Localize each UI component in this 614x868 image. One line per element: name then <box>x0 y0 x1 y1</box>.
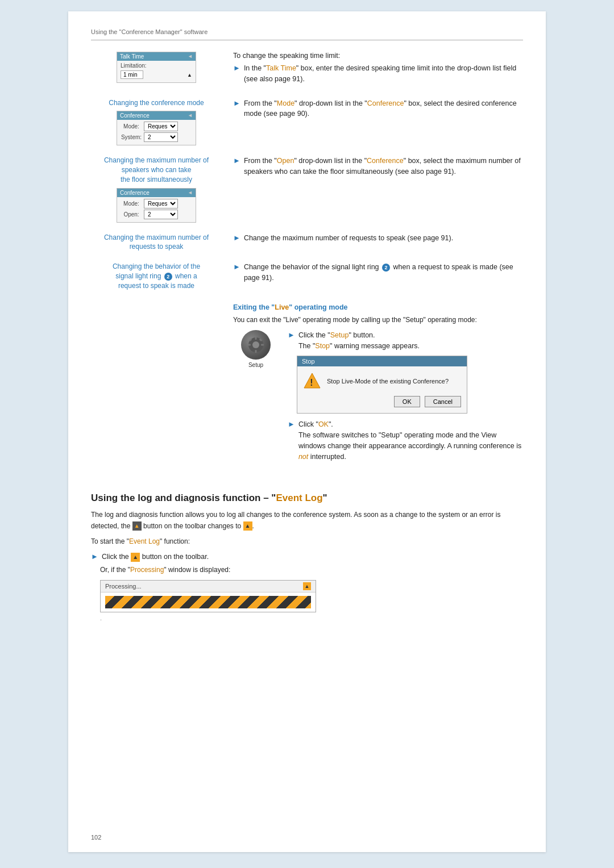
setup-bullet2-text: Click "OK". The software switches to "Se… <box>298 419 523 462</box>
max-requests-right: ► Change the maximum number of requests … <box>227 233 523 247</box>
setup-icon-area: Setup <box>233 330 279 368</box>
event-log-link-2: Event Log <box>129 537 160 545</box>
max-speakers-bullet: ► From the "Open" drop-down list in the … <box>233 156 523 177</box>
setup-gear-icon <box>247 336 264 353</box>
svg-rect-3 <box>255 350 257 353</box>
conf-mode-widget-header: Conference ◄ <box>117 111 196 120</box>
signal-line1: Changing the behavior of the <box>113 262 200 270</box>
signal-line2: signal light ring <box>115 272 161 280</box>
dialog-buttons: OK Cancel <box>394 396 461 407</box>
spin-up[interactable]: ▲ <box>187 72 192 78</box>
toolbar-warning-icon: ▲ <box>132 521 142 531</box>
svg-point-1 <box>252 341 259 348</box>
circle-2-icon: 2 <box>164 273 172 281</box>
conf-title-2: Conference <box>120 190 150 196</box>
max-requests-left-label: Changing the maximum number of requests … <box>91 233 222 252</box>
dialog-title: Stop <box>297 356 467 366</box>
max-requests-bullet: ► Change the maximum number of requests … <box>233 233 523 244</box>
open-select[interactable]: 2 <box>144 210 178 219</box>
bullet-arrow-5: ► <box>233 262 240 271</box>
signal-light-left: Changing the behavior of the signal ligh… <box>91 262 227 290</box>
max-speakers-left-label: Changing the maximum number of speakers … <box>91 156 222 184</box>
speaking-time-heading: To change the speaking time limit: <box>233 52 523 60</box>
conf-mode-bullet-text: From the "Mode" drop-down list in the "C… <box>244 98 523 120</box>
bullet-arrow-6: ► <box>288 331 295 339</box>
processing-warning-icon: ▲ <box>303 582 311 590</box>
max-requests-row: Changing the maximum number of requests … <box>91 233 523 252</box>
processing-bar-container <box>101 592 316 612</box>
event-log-link: Event Log <box>276 493 322 503</box>
toolbar-warning-icon-2: ▲ <box>243 521 252 531</box>
system-select[interactable]: 2 <box>144 132 178 142</box>
mode-select[interactable]: Request <box>144 122 178 131</box>
event-log-sub: Or, if the "Processing" window is displa… <box>100 565 316 621</box>
stop-dialog: Stop ! Stop Live-Mode of the existing Co… <box>297 356 467 414</box>
talk-time-limitation-row: Limitation: <box>121 62 192 69</box>
conference-link-2: Conference <box>367 157 404 165</box>
setup-bullet1-text: Click the "Setup" button. The "Stop" war… <box>298 330 420 352</box>
max-speakers-line1: Changing the maximum number of <box>104 156 209 164</box>
limitation-label: Limitation: <box>121 62 147 69</box>
max-spk-mode-row: Mode: Request <box>121 199 192 208</box>
speaking-time-bullet-text: In the "Talk Time" box, enter the desire… <box>244 63 523 85</box>
event-log-bullet1: ► Click the ▲ button on the toolbar. <box>91 552 209 562</box>
dialog-warning-text: Stop Live-Mode of the existing Conferenc… <box>327 378 449 385</box>
dialog-warning-row: ! Stop Live-Mode of the existing Confere… <box>303 372 449 390</box>
conf-mode-right: ► From the "Mode" drop-down list in the … <box>227 98 523 123</box>
max-speakers-row: Changing the maximum number of speakers … <box>91 156 523 222</box>
talk-time-link: Talk Time <box>266 64 296 72</box>
conference-mode-row: Changing the conference mode Conference … <box>91 98 523 146</box>
conf-mode-row-widget: Mode: Request <box>121 122 192 131</box>
max-speakers-left: Changing the maximum number of speakers … <box>91 156 227 222</box>
talk-time-field[interactable] <box>121 70 143 79</box>
conf-system-row-widget: System: 2 <box>121 132 192 142</box>
exit-live-row: Exiting the "Live" operating mode You ca… <box>91 301 523 466</box>
bullet-arrow-4: ► <box>233 233 240 242</box>
signal-light-right: ► Change the behavior of the signal ligh… <box>227 262 523 287</box>
exit-live-content: Exiting the "Live" operating mode You ca… <box>227 301 523 466</box>
max-speakers-widget-header: Conference ◄ <box>117 189 196 197</box>
speaking-time-row: Talk Time ◄ Limitation: ▲ To <box>91 52 523 88</box>
open-link: Open <box>277 157 294 165</box>
max-requests-left: Changing the maximum number of requests … <box>91 233 227 252</box>
talk-time-body: Limitation: ▲ <box>117 61 196 82</box>
conference-link: Conference <box>367 99 404 107</box>
bullet-arrow-8: ► <box>91 552 98 561</box>
max-speakers-widget-body: Mode: Request Open: 2 <box>117 197 196 222</box>
setup-label: Setup <box>248 362 263 368</box>
max-spk-mode-select[interactable]: Request <box>144 199 178 208</box>
max-req-line1: Changing the maximum number of <box>104 233 209 241</box>
ok-link: OK <box>318 420 329 428</box>
event-log-bullet1-text: Click the ▲ button on the toolbar. <box>102 552 209 562</box>
exit-live-heading: Exiting the "Live" operating mode <box>233 303 523 311</box>
signal-light-left-label: Changing the behavior of the signal ligh… <box>91 262 222 290</box>
ok-button[interactable]: OK <box>394 396 420 407</box>
setup-row: Setup ► Click the "Setup" button. The "S… <box>233 330 523 466</box>
warning-triangle-icon: ! <box>303 372 321 390</box>
dialog-body: ! Stop Live-Mode of the existing Confere… <box>297 366 467 413</box>
speaking-time-right: To change the speaking time limit: ► In … <box>227 52 523 88</box>
processing-label: Processing... <box>105 583 142 590</box>
toolbar-icon-inline: ▲ <box>131 553 140 562</box>
bullet-arrow-7: ► <box>288 420 295 428</box>
bullet-arrow: ► <box>233 64 240 72</box>
svg-rect-5 <box>261 344 264 345</box>
talk-time-widget: Talk Time ◄ Limitation: ▲ <box>117 52 196 83</box>
conf-mode-bullet: ► From the "Mode" drop-down list in the … <box>233 98 523 120</box>
max-requests-bullet-text: Change the maximum number of requests to… <box>244 233 453 244</box>
signal-light-row: Changing the behavior of the signal ligh… <box>91 262 523 290</box>
setup-bullet1: ► Click the "Setup" button. The "Stop" w… <box>288 330 523 352</box>
cancel-button[interactable]: Cancel <box>425 396 461 407</box>
processing-window: Processing... ▲ <box>100 580 316 612</box>
talk-time-title: Talk Time <box>120 53 144 60</box>
max-speakers-widget: Conference ◄ Mode: Request Open: <box>117 188 196 223</box>
svg-rect-2 <box>255 337 257 340</box>
event-log-title: Using the log and diagnosis function – "… <box>91 493 327 504</box>
max-speakers-right: ► From the "Open" drop-down list in the … <box>227 156 523 181</box>
page-number: 102 <box>91 834 101 841</box>
processing-caption: . <box>100 615 316 621</box>
signal-light-bullet: ► Change the behavior of the signal ligh… <box>233 262 523 283</box>
signal-light-bullet-text: Change the behavior of the signal light … <box>244 262 523 283</box>
header-text: Using the "Conference Manager" software <box>91 28 208 35</box>
max-spk-mode-label: Mode: <box>121 201 142 207</box>
